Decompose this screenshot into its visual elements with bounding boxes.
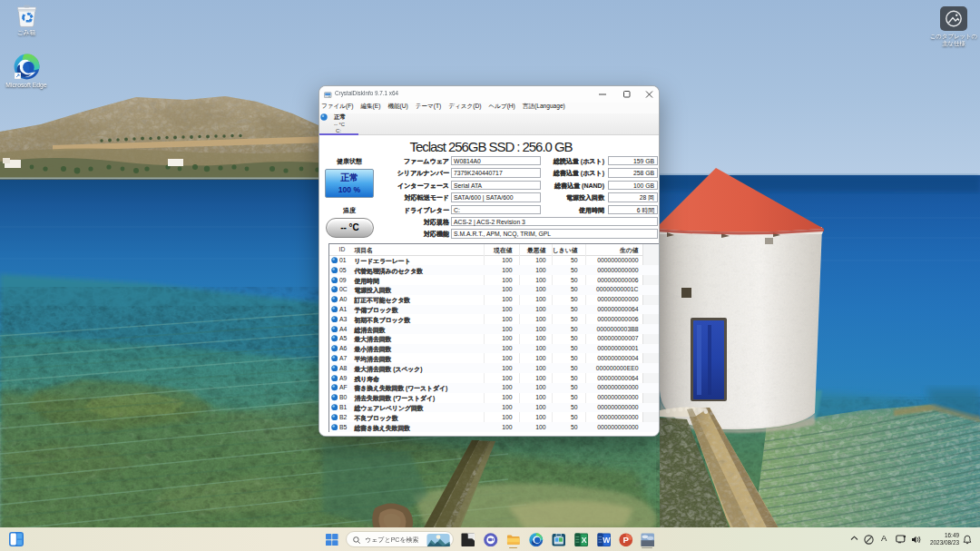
svg-text:W: W	[603, 536, 611, 545]
svg-text:P: P	[623, 535, 630, 545]
svg-text:X: X	[582, 536, 587, 545]
